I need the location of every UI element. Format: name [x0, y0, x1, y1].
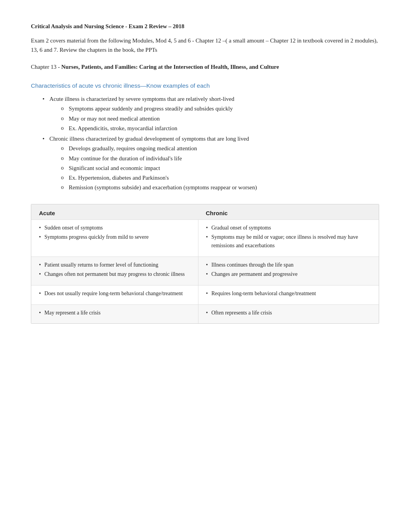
list-item: Patient usually returns to former level …	[39, 261, 190, 269]
table-row: Sudden onset of symptoms Symptoms progre…	[31, 219, 379, 257]
list-item: Often represents a life crisis	[206, 309, 371, 317]
list-item: Symptoms may be mild or vague; once illn…	[206, 233, 371, 250]
list-item: Changes are permanent and progressive	[206, 270, 371, 279]
sub-item: Develops gradually, requires ongoing med…	[61, 144, 379, 153]
sub-item: Ex. Appendicitis, stroke, myocardial inf…	[61, 124, 379, 133]
table-header-row: Acute Chronic	[31, 204, 379, 220]
table-cell-acute-3: Does not usually require long-term behav…	[31, 285, 198, 304]
table-cell-chronic-1: Gradual onset of symptoms Symptoms may b…	[198, 219, 379, 257]
cell-list: Illness continues through the life span …	[206, 261, 371, 279]
chapter-heading: Chapter 13 - Nurses, Patients, and Famil…	[31, 62, 379, 71]
table-cell-chronic-4: Often represents a life crisis	[198, 304, 379, 323]
acute-subbullets: Symptoms appear suddenly and progress st…	[49, 104, 379, 133]
chapter-title: Nurses, Patients, and Families: Caring a…	[61, 64, 279, 70]
cell-list: Patient usually returns to former level …	[39, 261, 190, 279]
cell-list: Often represents a life crisis	[206, 309, 371, 317]
section-heading: Characteristics of acute vs chronic illn…	[31, 82, 379, 89]
list-item: Does not usually require long-term behav…	[39, 289, 190, 298]
table-cell-acute-1: Sudden onset of symptoms Symptoms progre…	[31, 219, 198, 257]
main-bullet-list: Acute illness is characterized by severe…	[31, 95, 379, 192]
sub-item: Ex. Hypertension, diabetes and Parkinson…	[61, 173, 379, 182]
cell-list: May represent a life crisis	[39, 309, 190, 317]
list-item: May represent a life crisis	[39, 309, 190, 317]
chapter-prefix: Chapter 13 -	[31, 64, 61, 70]
list-item: Illness continues through the life span	[206, 261, 371, 269]
table-cell-acute-4: May represent a life crisis	[31, 304, 198, 323]
bullet-acute: Acute illness is characterized by severe…	[42, 95, 379, 133]
bullet-chronic: Chronic illness characterized by gradual…	[42, 134, 379, 192]
table-row: Patient usually returns to former level …	[31, 257, 379, 285]
list-item: Symptoms progress quickly from mild to s…	[39, 233, 190, 241]
comparison-table: Acute Chronic Sudden onset of symptoms S…	[31, 204, 379, 324]
sub-item: Significant social and economic impact	[61, 164, 379, 173]
cell-list: Sudden onset of symptoms Symptoms progre…	[39, 224, 190, 241]
sub-item: May or may not need medical attention	[61, 114, 379, 123]
comparison-table-wrapper: Acute Chronic Sudden onset of symptoms S…	[31, 204, 379, 324]
intro-text: Exam 2 covers material from the followin…	[31, 36, 379, 54]
cell-list: Requires long-term behavioral change/tre…	[206, 289, 371, 298]
table-row: May represent a life crisis Often repres…	[31, 304, 379, 323]
table-header-chronic: Chronic	[198, 204, 379, 220]
cell-list: Gradual onset of symptoms Symptoms may b…	[206, 224, 371, 250]
table-cell-chronic-3: Requires long-term behavioral change/tre…	[198, 285, 379, 304]
chronic-subbullets: Develops gradually, requires ongoing med…	[49, 144, 379, 192]
table-cell-chronic-2: Illness continues through the life span …	[198, 257, 379, 285]
sub-item: Remission (symptoms subside) and exacerb…	[61, 183, 379, 192]
list-item: Changes often not permanent but may prog…	[39, 270, 190, 279]
cell-list: Does not usually require long-term behav…	[39, 289, 190, 298]
page-title: Critical Analysis and Nursing Science - …	[31, 23, 379, 30]
table-header-acute: Acute	[31, 204, 198, 220]
list-item: Sudden onset of symptoms	[39, 224, 190, 232]
list-item: Requires long-term behavioral change/tre…	[206, 289, 371, 298]
sub-item: May continue for the duration of individ…	[61, 154, 379, 163]
table-row: Does not usually require long-term behav…	[31, 285, 379, 304]
table-cell-acute-2: Patient usually returns to former level …	[31, 257, 198, 285]
list-item: Gradual onset of symptoms	[206, 224, 371, 232]
sub-item: Symptoms appear suddenly and progress st…	[61, 104, 379, 113]
